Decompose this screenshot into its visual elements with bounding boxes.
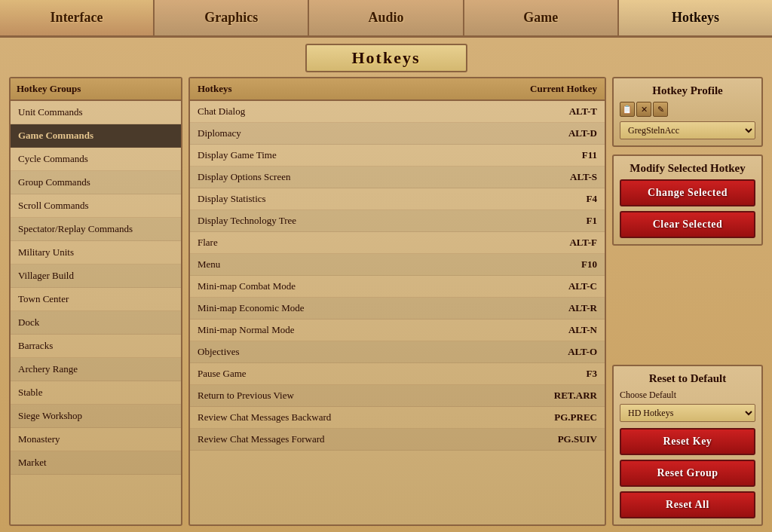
profile-edit-button[interactable]: ✎: [653, 102, 668, 117]
default-profile-select[interactable]: HD Hotkeys: [620, 404, 755, 422]
nav-tab-hotkeys[interactable]: Hotkeys: [619, 0, 772, 35]
hotkey-item[interactable]: DiplomacyALT-D: [190, 123, 605, 145]
left-panel: Hotkey Groups Unit CommandsGame Commands…: [9, 77, 182, 526]
hotkey-item[interactable]: Review Chat Messages BackwardPG.PREC: [190, 407, 605, 429]
nav-tab-graphics[interactable]: Graphics: [155, 0, 309, 35]
group-item[interactable]: Town Center: [11, 288, 181, 311]
hotkey-key-label: F1: [507, 215, 597, 227]
profile-delete-button[interactable]: ✕: [636, 102, 651, 117]
clear-selected-button[interactable]: Clear Selected: [620, 211, 755, 238]
hotkey-key-label: PG.PREC: [507, 411, 597, 423]
hotkey-key-label: ALT-R: [507, 302, 597, 314]
profile-section: Hotkey Profile 📋 ✕ ✎ GregStelnAcc: [612, 77, 763, 147]
group-item[interactable]: Military Units: [11, 241, 181, 264]
group-item[interactable]: Villager Build: [11, 264, 181, 288]
hotkey-name-label: Mini-map Economic Mode: [198, 302, 507, 314]
hotkey-key-label: ALT-D: [507, 127, 597, 139]
group-item[interactable]: Barracks: [11, 335, 181, 358]
group-item[interactable]: Scroll Commands: [11, 194, 181, 218]
nav-tab-audio[interactable]: Audio: [309, 0, 464, 35]
modify-section-title: Modify Selected Hotkey: [620, 162, 755, 175]
hotkey-key-label: F4: [507, 193, 597, 205]
profile-select[interactable]: GregStelnAcc: [620, 121, 755, 139]
choose-default-label: Choose Default: [620, 390, 755, 401]
group-item[interactable]: Unit Commands: [11, 101, 181, 124]
hotkey-key-label: F11: [507, 149, 597, 161]
hotkey-name-label: Display Game Time: [198, 149, 507, 161]
hotkey-key-label: F10: [507, 258, 597, 271]
reset-all-button[interactable]: Reset All: [620, 491, 755, 518]
group-item[interactable]: Stable: [11, 381, 181, 405]
hotkey-item[interactable]: Display Technology TreeF1: [190, 210, 605, 232]
hotkey-name-label: Display Technology Tree: [198, 215, 507, 227]
hotkey-groups-label: Hotkey Groups: [17, 83, 81, 94]
profile-section-title: Hotkey Profile: [620, 84, 755, 97]
group-item[interactable]: Siege Workshop: [11, 405, 181, 428]
group-item[interactable]: Group Commands: [11, 171, 181, 194]
hotkey-list-header: Hotkeys Current Hotkey: [190, 78, 605, 101]
hotkey-key-label: ALT-O: [507, 346, 597, 358]
hotkey-name-label: Objectives: [198, 346, 507, 358]
hotkey-item[interactable]: Mini-map Combat ModeALT-C: [190, 276, 605, 298]
hotkey-key-label: F3: [507, 368, 597, 380]
hotkey-item[interactable]: Display StatisticsF4: [190, 188, 605, 210]
hotkey-name-label: Review Chat Messages Forward: [198, 433, 507, 445]
hotkey-item[interactable]: Return to Previous ViewRET.ARR: [190, 385, 605, 407]
top-navigation: InterfaceGraphicsAudioGameHotkeys: [0, 0, 772, 38]
middle-panel: Hotkeys Current Hotkey Chat DialogALT-TD…: [188, 77, 606, 526]
hotkey-item[interactable]: Pause GameF3: [190, 363, 605, 385]
hotkey-item[interactable]: Chat DialogALT-T: [190, 101, 605, 123]
group-list[interactable]: Unit CommandsGame CommandsCycle Commands…: [11, 101, 181, 521]
hotkey-name-label: Pause Game: [198, 368, 507, 380]
reset-section-title: Reset to Default: [620, 372, 755, 385]
hotkey-key-label: ALT-S: [507, 171, 597, 183]
right-panel: Hotkey Profile 📋 ✕ ✎ GregStelnAcc Modify…: [612, 77, 763, 526]
group-item[interactable]: Market: [11, 451, 181, 475]
current-hotkey-column-label: Current Hotkey: [507, 83, 597, 95]
hotkey-item[interactable]: MenuF10: [190, 254, 605, 276]
profile-top: 📋 ✕ ✎: [620, 102, 755, 117]
group-item[interactable]: Archery Range: [11, 358, 181, 381]
hotkey-item[interactable]: Review Chat Messages ForwardPG.SUIV: [190, 429, 605, 451]
group-item[interactable]: Game Commands: [11, 124, 181, 148]
main-content: Hotkeys Hotkey Groups Unit CommandsGame …: [0, 38, 772, 532]
hotkey-name-label: Return to Previous View: [198, 390, 507, 402]
page-header: Hotkeys: [0, 38, 772, 77]
group-item[interactable]: Dock: [11, 311, 181, 335]
nav-tab-interface[interactable]: Interface: [0, 0, 155, 35]
hotkey-name-label: Mini-map Normal Mode: [198, 324, 507, 336]
hotkey-key-label: ALT-F: [507, 237, 597, 249]
hotkey-key-label: PG.SUIV: [507, 433, 597, 445]
nav-tab-game[interactable]: Game: [464, 0, 619, 35]
hotkey-item[interactable]: Display Game TimeF11: [190, 145, 605, 167]
hotkey-name-label: Flare: [198, 237, 507, 249]
hotkey-item[interactable]: Mini-map Economic ModeALT-R: [190, 298, 605, 320]
hotkey-name-label: Mini-map Combat Mode: [198, 280, 507, 292]
hotkey-name-label: Display Statistics: [198, 193, 507, 205]
change-selected-button[interactable]: Change Selected: [620, 179, 755, 206]
left-panel-header: Hotkey Groups: [11, 78, 181, 101]
hotkey-list[interactable]: Chat DialogALT-TDiplomacyALT-DDisplay Ga…: [190, 101, 605, 521]
group-item[interactable]: Spectator/Replay Commands: [11, 218, 181, 241]
hotkey-name-label: Review Chat Messages Backward: [198, 411, 507, 423]
reset-group-button[interactable]: Reset Group: [620, 460, 755, 487]
profile-copy-button[interactable]: 📋: [620, 102, 635, 117]
reset-section: Reset to Default Choose Default HD Hotke…: [612, 365, 763, 526]
hotkey-item[interactable]: Mini-map Normal ModeALT-N: [190, 320, 605, 341]
hotkey-item[interactable]: FlareALT-F: [190, 232, 605, 254]
group-item[interactable]: Monastery: [11, 428, 181, 451]
panels-container: Hotkey Groups Unit CommandsGame Commands…: [0, 77, 772, 532]
hotkey-item[interactable]: Display Options ScreenALT-S: [190, 167, 605, 188]
hotkey-key-label: RET.ARR: [507, 390, 597, 402]
hotkey-name-label: Menu: [198, 258, 507, 271]
page-title: Hotkeys: [352, 48, 421, 67]
profile-icons: 📋 ✕ ✎: [620, 102, 668, 117]
hotkey-name-label: Chat Dialog: [198, 105, 507, 118]
hotkey-key-label: ALT-N: [507, 324, 597, 336]
reset-key-button[interactable]: Reset Key: [620, 428, 755, 455]
hotkey-item[interactable]: ObjectivesALT-O: [190, 341, 605, 363]
group-item[interactable]: Cycle Commands: [11, 148, 181, 171]
hotkey-key-label: ALT-T: [507, 105, 597, 118]
header-title-container: Hotkeys: [305, 44, 467, 72]
hotkey-name-label: Display Options Screen: [198, 171, 507, 183]
